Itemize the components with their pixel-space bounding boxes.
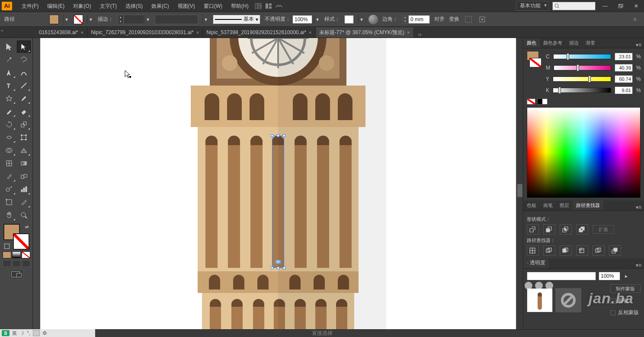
corner-input[interactable]: 0 mm bbox=[408, 15, 430, 24]
bridge-icon[interactable]: Br bbox=[253, 2, 263, 10]
make-mask-button[interactable]: 制作蒙版 bbox=[610, 284, 641, 293]
mask-thumbnail[interactable] bbox=[555, 288, 581, 312]
restore-button[interactable] bbox=[615, 2, 627, 10]
lasso-tool[interactable] bbox=[17, 54, 31, 66]
tab-transparency[interactable]: ◦ 透明度 bbox=[523, 258, 549, 268]
stroke-weight-dropdown[interactable]: ▾ bbox=[144, 15, 151, 24]
menu-effect[interactable]: 效果(C) bbox=[147, 0, 173, 12]
brush-definition-select[interactable]: 基本▾ bbox=[213, 15, 260, 24]
tabs-scroll-right[interactable]: ›› bbox=[416, 32, 424, 38]
merge-button[interactable] bbox=[560, 245, 572, 256]
eyedropper-tool[interactable] bbox=[2, 170, 16, 182]
graphic-style-swatch[interactable] bbox=[344, 15, 354, 24]
scale-tool[interactable] bbox=[17, 118, 31, 130]
doc-tab-3[interactable]: 未标题-77* @ 387.05% (CMYK/预览)× bbox=[316, 27, 414, 38]
tab-close-icon[interactable]: × bbox=[196, 30, 199, 35]
zoom-tool[interactable] bbox=[17, 209, 31, 221]
intersect-button[interactable] bbox=[560, 224, 572, 235]
panel-menu-icon[interactable]: ▾≡ bbox=[633, 262, 644, 268]
search-input[interactable] bbox=[552, 2, 596, 10]
tab-pathfinder[interactable]: 路径查找器 bbox=[573, 200, 603, 210]
slice-tool[interactable] bbox=[17, 196, 31, 208]
tab-close-icon[interactable]: × bbox=[309, 30, 311, 35]
stroke-label[interactable]: 描边： bbox=[98, 16, 113, 23]
ime-keyboard-icon[interactable] bbox=[33, 330, 40, 336]
gpu-icon[interactable] bbox=[274, 2, 284, 10]
canvas[interactable]: ⊘ bbox=[33, 38, 523, 329]
doc-tab-1[interactable]: Nipic_7262799_20190920103330028031.ai*× bbox=[87, 27, 203, 38]
column-graph-tool[interactable] bbox=[17, 183, 31, 195]
menu-edit[interactable]: 编辑(E) bbox=[43, 0, 69, 12]
expand-button[interactable]: 扩展 bbox=[593, 225, 614, 234]
fill-stroke-proxy[interactable]: ⇄ bbox=[3, 224, 29, 250]
stroke-proxy[interactable] bbox=[13, 233, 29, 250]
bw-swatch[interactable] bbox=[537, 99, 548, 105]
corner-spinner[interactable]: ▴▾ bbox=[402, 15, 408, 24]
rotate-tool[interactable] bbox=[2, 118, 16, 130]
recolor-artwork-icon[interactable] bbox=[368, 15, 378, 24]
blend-mode-select[interactable] bbox=[527, 272, 596, 280]
exclude-button[interactable] bbox=[576, 224, 588, 235]
menu-type[interactable]: 文字(T) bbox=[96, 0, 121, 12]
doc-tab-0[interactable]: 01615243838.ai*× bbox=[35, 27, 87, 38]
color-spectrum[interactable] bbox=[527, 107, 641, 198]
outline-button[interactable] bbox=[593, 245, 605, 256]
draw-behind-btn[interactable] bbox=[12, 260, 21, 267]
width-profile-select[interactable] bbox=[155, 15, 198, 24]
c-input[interactable]: 23.01 bbox=[615, 53, 633, 60]
draw-normal-btn[interactable] bbox=[3, 260, 11, 267]
k-input[interactable]: 9.01 bbox=[615, 86, 633, 94]
minimize-button[interactable]: — bbox=[599, 2, 611, 10]
panel-menu-icon[interactable]: ▾≡ bbox=[633, 42, 644, 48]
screen-mode-btn[interactable] bbox=[10, 270, 23, 279]
opacity-dd[interactable]: ▸ bbox=[623, 271, 629, 281]
fill-swatch[interactable] bbox=[49, 15, 59, 24]
pencil-tool[interactable] bbox=[2, 105, 16, 118]
ime-punct-icon[interactable]: °, bbox=[27, 330, 30, 336]
artboard-tool[interactable] bbox=[2, 196, 16, 208]
m-slider[interactable] bbox=[554, 65, 611, 70]
type-tool[interactable]: T bbox=[2, 79, 16, 92]
eraser-tool[interactable] bbox=[17, 105, 31, 118]
y-slider[interactable] bbox=[553, 76, 611, 82]
scrollbar-thumb[interactable] bbox=[517, 184, 522, 197]
opacity-field[interactable]: 100% bbox=[599, 272, 620, 280]
none-mode-btn[interactable] bbox=[22, 251, 30, 258]
panel-menu-icon[interactable]: ▾≡ bbox=[633, 204, 644, 210]
close-button[interactable]: ✕ bbox=[630, 2, 642, 10]
tab-color-guide[interactable]: 颜色参考 bbox=[540, 38, 566, 48]
symbol-sprayer-tool[interactable] bbox=[2, 183, 16, 195]
draw-inside-btn[interactable] bbox=[22, 260, 30, 267]
object-thumbnail[interactable] bbox=[527, 288, 553, 312]
curvature-tool[interactable] bbox=[17, 67, 31, 79]
workspace-switcher[interactable]: 基本功能 bbox=[516, 1, 549, 11]
magic-wand-tool[interactable] bbox=[2, 54, 16, 66]
default-fill-stroke-icon[interactable] bbox=[4, 244, 10, 249]
tab-gradient[interactable]: 渐变 bbox=[582, 38, 599, 48]
color-mode-btn[interactable] bbox=[3, 251, 11, 258]
gradient-tool[interactable] bbox=[17, 157, 31, 169]
transform-label[interactable]: 变换 bbox=[449, 16, 459, 23]
tab-close-icon[interactable]: × bbox=[407, 30, 410, 35]
tab-stroke[interactable]: 描边 bbox=[566, 38, 582, 48]
divide-button[interactable] bbox=[527, 245, 539, 256]
pen-tool[interactable] bbox=[2, 67, 16, 79]
blend-tool[interactable] bbox=[17, 170, 31, 182]
swap-fill-stroke-icon[interactable]: ⇄ bbox=[25, 225, 29, 229]
stroke-dropdown[interactable]: ▾ bbox=[87, 15, 93, 24]
opacity-dd[interactable]: ▾ bbox=[314, 15, 320, 24]
artboard[interactable]: ⊘ bbox=[40, 38, 516, 329]
graphic-style-dd[interactable]: ▾ bbox=[358, 15, 364, 24]
menu-file[interactable]: 文件(F) bbox=[17, 0, 43, 12]
unite-button[interactable] bbox=[527, 224, 539, 235]
gradient-mode-btn[interactable] bbox=[12, 251, 21, 258]
arrange-docs-icon[interactable] bbox=[263, 2, 274, 10]
minus-front-button[interactable] bbox=[543, 224, 555, 235]
opacity-label[interactable]: 不透明度： bbox=[265, 16, 291, 23]
line-tool[interactable] bbox=[17, 79, 31, 92]
width-tool[interactable] bbox=[2, 131, 16, 143]
panel-stroke-proxy[interactable] bbox=[529, 58, 541, 67]
align-to-icon[interactable] bbox=[477, 15, 487, 24]
stroke-weight-spinner[interactable]: ▴▾ bbox=[118, 15, 124, 24]
shape-builder-tool[interactable] bbox=[2, 144, 16, 156]
